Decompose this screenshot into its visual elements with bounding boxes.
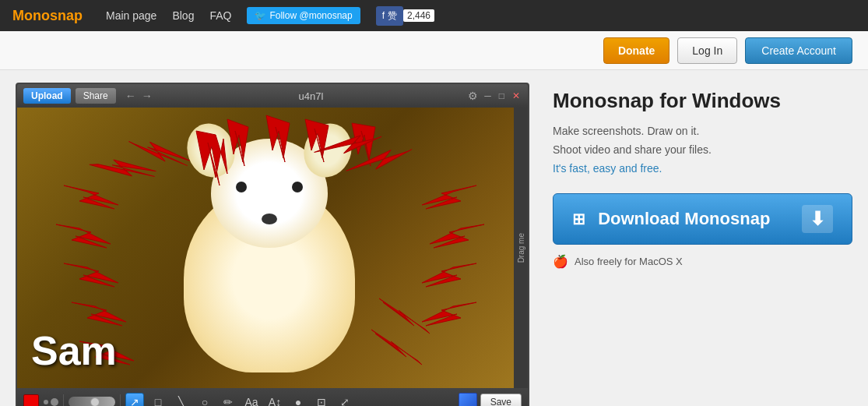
- download-left: ⊞ Download Monosnap: [572, 209, 770, 229]
- facebook-icon: f: [382, 10, 385, 21]
- download-arrow-icon: ⬇: [802, 205, 833, 233]
- redo-button[interactable]: →: [140, 90, 154, 102]
- history-controls: ← →: [124, 90, 154, 102]
- apple-icon: 🍎: [553, 254, 568, 269]
- dog-ear-left: [180, 117, 242, 184]
- svg-marker-4: [352, 123, 375, 166]
- svg-marker-9: [64, 185, 118, 209]
- macos-line: 🍎 Also freely for MacOS X: [553, 254, 852, 269]
- minimize-icon[interactable]: ─: [483, 90, 493, 101]
- size-selector: [44, 398, 58, 406]
- promo-description: Make screenshots. Draw on it. Shoot vide…: [553, 122, 852, 178]
- tool-resize[interactable]: ⤢: [336, 393, 354, 406]
- create-account-button[interactable]: Create Account: [745, 37, 852, 64]
- donate-button[interactable]: Donate: [603, 37, 669, 64]
- opacity-slider[interactable]: [69, 397, 115, 406]
- facebook-like-group: f 赞 2,446: [376, 6, 434, 26]
- dog-eye-left: [236, 182, 247, 192]
- svg-marker-7: [422, 263, 476, 287]
- separator-1: [63, 394, 64, 406]
- svg-marker-11: [64, 263, 118, 287]
- editor-window: Upload Share ← → u4n7l ⚙ ─ □ ✕: [16, 83, 529, 406]
- upload-button[interactable]: Upload: [23, 88, 71, 104]
- top-navigation: Monosnap Main page Blog FAQ 🐦 Follow @mo…: [0, 0, 868, 31]
- login-button[interactable]: Log In: [677, 37, 737, 64]
- promo-panel: Monosnap for Windows Make screenshots. D…: [553, 83, 852, 406]
- dog-eye-right: [292, 182, 303, 192]
- size-large[interactable]: [51, 398, 58, 406]
- tool-line[interactable]: ╲: [172, 393, 191, 406]
- nav-blog[interactable]: Blog: [172, 9, 194, 22]
- dog-nose: [262, 214, 277, 224]
- drag-label: Drag me: [517, 233, 525, 263]
- action-bar: Donate Log In Create Account: [0, 31, 868, 70]
- svg-marker-18: [379, 298, 430, 334]
- settings-icon[interactable]: ⚙: [468, 90, 478, 102]
- svg-marker-10: [56, 224, 111, 248]
- tool-fill[interactable]: ●: [289, 393, 307, 406]
- logo: Monosnap: [12, 8, 83, 24]
- slider-thumb: [90, 397, 100, 406]
- svg-marker-12: [72, 302, 126, 326]
- svg-marker-8: [422, 302, 476, 326]
- windows-icon: ⊞: [572, 210, 585, 228]
- svg-marker-5: [422, 185, 476, 209]
- maximize-icon[interactable]: □: [497, 90, 506, 101]
- save-button[interactable]: Save: [480, 394, 522, 406]
- close-icon[interactable]: ✕: [511, 90, 522, 101]
- share-button[interactable]: Share: [76, 88, 116, 104]
- dog-ear-right: [297, 117, 359, 184]
- tool-circle[interactable]: ○: [195, 393, 214, 406]
- nav-faq[interactable]: FAQ: [209, 9, 231, 22]
- svg-marker-14: [90, 137, 158, 202]
- promo-line-2: Shoot video and share your files.: [553, 141, 852, 160]
- color-picker[interactable]: [23, 394, 39, 406]
- svg-marker-15: [129, 124, 192, 182]
- twitter-icon: 🐦: [255, 10, 266, 21]
- promo-line-3: It's fast, easy and free.: [553, 160, 852, 178]
- editor-title: u4n7l: [159, 90, 464, 102]
- editor-canvas: Sam Drag me: [17, 108, 528, 388]
- save-group: Save: [459, 393, 522, 406]
- annotation-text-sam: Sam: [31, 327, 117, 374]
- promo-title: Monosnap for Windows: [553, 89, 852, 113]
- svg-marker-16: [346, 131, 413, 190]
- tool-text-aa[interactable]: Aa: [242, 393, 261, 406]
- tool-arrow[interactable]: ↗: [125, 393, 144, 406]
- download-label: Download Monosnap: [598, 209, 770, 228]
- separator-2: [120, 394, 121, 406]
- dog-body: [184, 185, 355, 372]
- nav-main-page[interactable]: Main page: [106, 9, 156, 22]
- editor-titlebar: Upload Share ← → u4n7l ⚙ ─ □ ✕: [17, 84, 528, 108]
- tool-text-size[interactable]: A↕: [265, 393, 284, 406]
- size-small[interactable]: [44, 400, 48, 404]
- twitter-follow-button[interactable]: 🐦 Follow @monosnap: [247, 7, 360, 24]
- svg-marker-19: [371, 330, 422, 365]
- svg-marker-6: [430, 224, 484, 248]
- facebook-like-label: 赞: [388, 9, 397, 23]
- twitter-label: Follow @monosnap: [269, 10, 352, 21]
- facebook-like-button[interactable]: f 赞: [376, 6, 403, 26]
- macos-label: Also freely for MacOS X: [575, 256, 683, 267]
- tool-rect[interactable]: □: [149, 393, 167, 406]
- image-thumbnail[interactable]: [459, 393, 477, 406]
- promo-line-1: Make screenshots. Draw on it.: [553, 122, 852, 141]
- facebook-count: 2,446: [403, 9, 434, 22]
- tool-pencil[interactable]: ✏: [219, 393, 237, 406]
- download-button[interactable]: ⊞ Download Monosnap ⬇: [553, 193, 852, 245]
- dog-head: [211, 139, 328, 248]
- undo-button[interactable]: ←: [124, 90, 138, 102]
- tool-crop[interactable]: ⊡: [312, 393, 331, 406]
- screenshot-image: Sam: [17, 108, 522, 388]
- editor-toolbar: ↗ □ ╲ ○ ✏ Aa A↕ ● ⊡ ⤢ Save: [17, 388, 528, 406]
- main-content: Upload Share ← → u4n7l ⚙ ─ □ ✕: [0, 70, 868, 406]
- editor-panel: Upload Share ← → u4n7l ⚙ ─ □ ✕: [16, 83, 529, 406]
- drag-handle[interactable]: Drag me: [514, 108, 528, 388]
